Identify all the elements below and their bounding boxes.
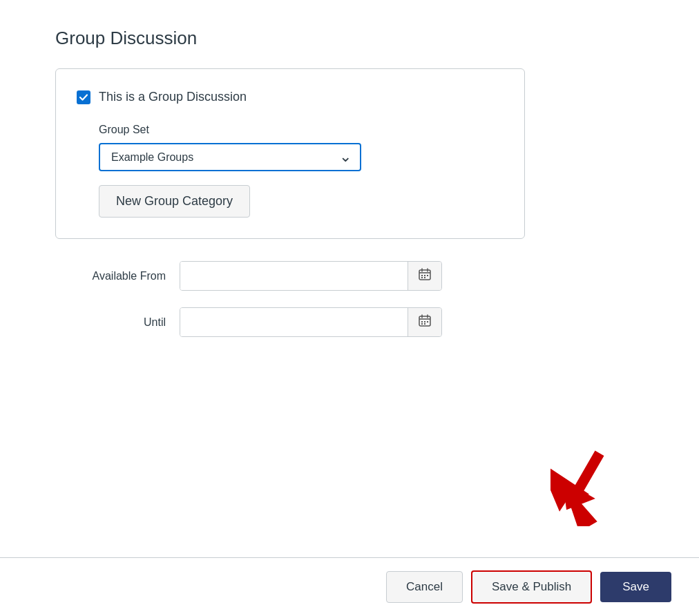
available-from-calendar-button[interactable] (408, 262, 441, 290)
svg-rect-17 (424, 323, 425, 325)
available-from-input-wrapper (180, 261, 442, 291)
svg-rect-14 (424, 321, 425, 323)
svg-rect-6 (427, 275, 428, 276)
svg-rect-15 (427, 321, 428, 323)
until-input-wrapper (180, 307, 442, 337)
main-content: Group Discussion This is a Group Discuss… (0, 0, 699, 550)
checkmark-icon (79, 93, 88, 102)
until-label: Until (55, 316, 180, 329)
checkbox-row: This is a Group Discussion (77, 90, 504, 104)
svg-rect-5 (424, 275, 425, 276)
svg-rect-4 (421, 275, 423, 276)
group-discussion-checkbox[interactable] (77, 90, 90, 104)
svg-rect-13 (421, 321, 423, 323)
calendar-icon-2 (418, 314, 432, 331)
until-row: Until (55, 307, 525, 337)
group-discussion-checkbox-label: This is a Group Discussion (99, 90, 247, 104)
footer-bar: Cancel Save & Publish Save (0, 558, 699, 616)
group-set-select-wrapper: Example Groups New Group Category ⌄ (99, 143, 361, 171)
page-container: Group Discussion This is a Group Discuss… (0, 0, 699, 616)
svg-rect-16 (421, 323, 423, 325)
cancel-button[interactable]: Cancel (386, 571, 463, 603)
new-group-category-button[interactable]: New Group Category (99, 185, 250, 218)
available-from-label: Available From (55, 270, 180, 282)
group-set-select[interactable]: Example Groups New Group Category (99, 143, 361, 171)
calendar-icon (418, 267, 432, 285)
group-set-label: Group Set (99, 124, 504, 136)
group-discussion-box: This is a Group Discussion Group Set Exa… (55, 68, 525, 239)
svg-rect-7 (421, 277, 423, 278)
save-publish-button[interactable]: Save & Publish (471, 570, 592, 604)
page-title: Group Discussion (55, 28, 644, 49)
available-from-input[interactable] (180, 262, 408, 290)
save-button[interactable]: Save (600, 572, 671, 602)
svg-rect-8 (424, 277, 425, 278)
until-calendar-button[interactable] (408, 308, 441, 336)
available-from-row: Available From (55, 261, 525, 291)
until-input[interactable] (180, 308, 408, 336)
